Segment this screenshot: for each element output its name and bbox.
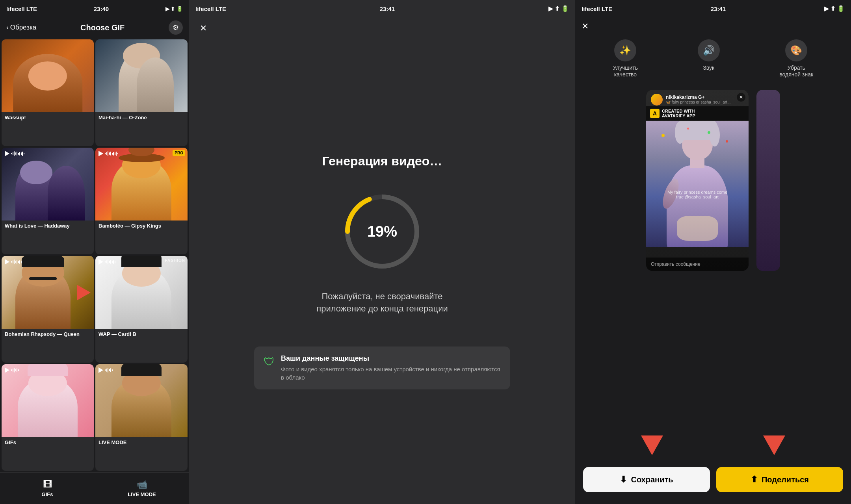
status-icons-panel2: ▶ ⬆ 🔋 — [548, 5, 569, 12]
avatarify-logo: A — [650, 109, 660, 118]
video-person: My fairy princess dreams cometrue @sasha… — [646, 121, 749, 247]
pro-badge: PRO — [173, 150, 185, 156]
gif-item-whatlove[interactable]: What is Love — Haddaway — [2, 148, 94, 254]
share-icon: ⬆ — [751, 474, 758, 485]
arrow-indicator — [77, 285, 91, 300]
gifs-tab-label: GIFs — [42, 491, 53, 497]
gif-grid: Wassup! Mai-ha-hi — O-Zone — [0, 38, 189, 472]
gif-item-bohemian[interactable]: Bohemian Rhapsody — Queen — [2, 256, 94, 363]
video-footer: Отправить сообщение — [646, 258, 749, 271]
enhance-icon: ✨ — [614, 39, 636, 61]
nav-back-button[interactable]: ‹ Обрезка — [6, 24, 36, 32]
security-text: Ваши данные защищены Фото и видео хранят… — [281, 354, 501, 382]
status-icons-panel1: ▶ ⬆ 🔋 — [165, 6, 183, 12]
gif-label-whatlove: What is Love — Haddaway — [2, 220, 94, 233]
sound-label: Звук — [703, 65, 714, 71]
fashion-badge: FASHION — [165, 258, 185, 263]
save-label: Сохранить — [631, 475, 673, 484]
gif-item-gifs[interactable]: GIFs — [2, 364, 94, 471]
status-bar-panel2: lifecell LTE 23:41 ▶ ⬆ 🔋 — [189, 0, 575, 17]
generation-subtitle: Пожалуйста, не сворачивайтеприложение до… — [316, 291, 448, 315]
gif-item-mai[interactable]: Mai-ha-hi — O-Zone — [95, 39, 188, 146]
video-preview-area: nikikakarizma G+ 🦋 fairy princess or sas… — [575, 86, 851, 432]
enhance-label: Улучшитькачество — [613, 65, 638, 78]
gif-label-gifs-item: GIFs — [2, 437, 94, 449]
video-card-main: nikikakarizma G+ 🦋 fairy princess or sas… — [646, 90, 749, 271]
toolbar-sound[interactable]: 🔊 Звук — [698, 39, 720, 78]
security-description: Фото и видео хранятся только на вашем ус… — [281, 365, 501, 382]
arrow-down-right — [763, 435, 785, 455]
share-label: Поделиться — [762, 475, 809, 484]
status-bar-panel1: lifecell LTE 23:40 ▶ ⬆ 🔋 — [0, 0, 189, 17]
live-tab-icon: 📹 — [137, 480, 147, 490]
video-username: nikikakarizma G+ — [666, 94, 730, 100]
watermark-bar: A CREATED WITHAVATARIFY APP — [646, 106, 749, 120]
watermark-icon: 🎨 — [785, 39, 807, 61]
progress-percentage: 19% — [367, 223, 397, 240]
save-icon: ⬇ — [620, 474, 627, 485]
panel-result: lifecell LTE 23:41 ▶ ⬆ 🔋 ✕ ✨ Улучшитькач… — [575, 0, 851, 504]
live-tab-label: LIVE MODE — [128, 491, 156, 497]
status-bar-panel3: lifecell LTE 23:41 ▶ ⬆ 🔋 — [575, 0, 851, 17]
toolbar-watermark[interactable]: 🎨 Убратьводяной знак — [779, 39, 813, 78]
video-card-partial — [756, 90, 780, 271]
nav-bar-panel1: ‹ Обрезка Choose GIF ⚙ — [0, 17, 189, 38]
gif-label-bohemian: Bohemian Rhapsody — Queen — [2, 329, 94, 341]
gif-item-bamboleo[interactable]: PRO Bamboléo — Gipsy Kings — [95, 148, 188, 254]
gif-label-live-item: LIVE MODE — [95, 437, 188, 449]
gif-label-wap: WAP — Cardi B — [95, 329, 188, 341]
toolbar-enhance[interactable]: ✨ Улучшитькачество — [613, 39, 638, 78]
carrier-panel2: lifecell LTE — [195, 6, 226, 12]
chevron-left-icon: ‹ — [6, 24, 9, 32]
send-message-button[interactable]: Отправить сообщение — [651, 261, 744, 267]
video-user-info: nikikakarizma G+ 🦋 fairy princess or sas… — [666, 94, 730, 104]
carrier-panel3: lifecell LTE — [582, 6, 612, 12]
gifs-tab-icon: 🎞 — [43, 480, 52, 490]
gif-item-wap[interactable]: FASHION WAP — Cardi B — [95, 256, 188, 363]
watermark-text: CREATED WITHAVATARIFY APP — [662, 109, 695, 118]
progress-circle: 19% — [343, 192, 422, 271]
close-button-panel2[interactable]: ✕ — [195, 20, 211, 36]
time-panel3: 23:41 — [711, 6, 726, 12]
arrow-down-left — [641, 435, 663, 455]
toolbar: ✨ Улучшитькачество 🔊 Звук 🎨 Убратьводяно… — [575, 35, 851, 86]
generation-content: Генерация видео… 19% Пожалуйста, не свор… — [189, 39, 575, 504]
panel-choose-gif: lifecell LTE 23:40 ▶ ⬆ 🔋 ‹ Обрезка Choos… — [0, 0, 189, 504]
action-buttons: ⬇ Сохранить ⬆ Поделиться — [575, 459, 851, 504]
avatar — [651, 94, 663, 106]
page-title: Choose GIF — [80, 23, 124, 32]
bottom-tabs: 🎞 GIFs 📹 LIVE MODE — [0, 472, 189, 504]
gif-label-mai: Mai-ha-hi — O-Zone — [95, 112, 188, 124]
close-button-panel3[interactable]: ✕ — [575, 17, 851, 35]
save-button[interactable]: ⬇ Сохранить — [583, 467, 710, 492]
nav-back-label: Обрезка — [10, 24, 37, 32]
time-panel2: 23:41 — [380, 6, 395, 12]
shield-icon: 🛡 — [264, 355, 275, 368]
tab-gifs[interactable]: 🎞 GIFs — [0, 473, 95, 504]
gif-item-wassup[interactable]: Wassup! — [2, 39, 94, 146]
share-button[interactable]: ⬆ Поделиться — [716, 467, 843, 492]
security-box: 🛡 Ваши данные защищены Фото и видео хран… — [254, 346, 510, 389]
arrows-row — [575, 432, 851, 459]
gif-label-wassup: Wassup! — [2, 112, 94, 124]
gif-item-live[interactable]: LIVE MODE — [95, 364, 188, 471]
watermark-label: Убратьводяной знак — [779, 65, 813, 78]
panel-generation: lifecell LTE 23:41 ▶ ⬆ 🔋 ✕ Генерация вид… — [189, 0, 575, 504]
status-icons-panel3: ▶ ⬆ 🔋 — [824, 5, 845, 12]
security-title: Ваши данные защищены — [281, 354, 501, 363]
carrier-panel1: lifecell LTE — [6, 6, 37, 12]
tab-live[interactable]: 📹 LIVE MODE — [95, 473, 189, 504]
settings-button[interactable]: ⚙ — [169, 20, 183, 35]
time-panel1: 23:40 — [94, 6, 109, 12]
video-bottom-text: My fairy princess dreams cometrue @sasha… — [649, 190, 745, 199]
video-user-subtitle: 🦋 fairy princess or sasha_soul_art... — [666, 100, 730, 104]
gif-label-bamboleo: Bamboléo — Gipsy Kings — [95, 220, 188, 233]
video-close-icon[interactable]: ✕ — [737, 93, 745, 102]
generation-title: Генерация видео… — [322, 154, 442, 169]
sound-icon: 🔊 — [698, 39, 720, 61]
